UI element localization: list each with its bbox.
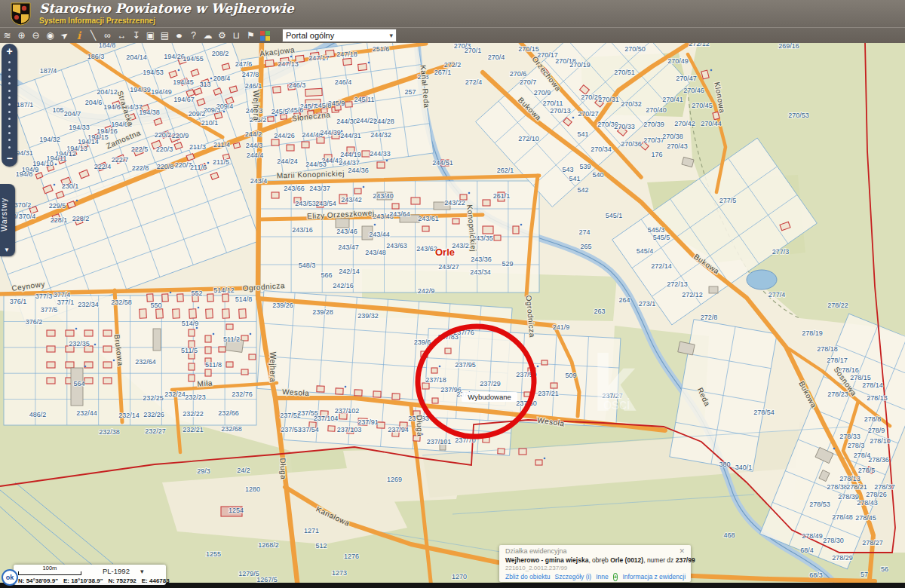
building [551,383,557,388]
parcel-label: 272/8 [701,314,718,321]
building [513,226,519,234]
parcel-label: 1269 [387,476,402,483]
building [541,360,548,365]
parcel-label: 243/36 [471,256,492,263]
building [162,294,169,302]
parcel-label: 270/40 [646,106,667,114]
crs-selector[interactable]: PL-1992 ▾ [103,567,143,575]
parcel-label: 244/36 [348,167,369,174]
zoom-in-icon[interactable]: ⊕ [14,29,29,42]
registry-info-link[interactable]: Informacja z ewidencji [622,572,686,581]
parcel-label: 514/8 [235,296,253,303]
parcel-label: 245/11 [354,96,375,103]
flag-icon[interactable]: ⚑ [244,29,258,42]
parcel-label: 540 [592,171,603,179]
coord-e-m: E: 446783 [142,577,170,584]
measure-icon[interactable]: ╲ [86,29,100,42]
cart-icon[interactable]: ⊔ [229,29,244,42]
parcel-label: 246/4 [335,78,352,86]
link-icon[interactable]: ∞ [100,29,115,42]
parcel-label: 278/53 [809,501,830,508]
coord-n-m: N: 752792 [108,577,136,584]
other-link[interactable]: Inne [596,572,609,581]
parcel-label: 243/37 [309,185,330,192]
parcel-label: 244/31 [340,132,361,139]
building [411,198,420,204]
parcel-label: 209/2 [189,110,206,118]
parcel-label: 243/62 [416,245,437,253]
details-link[interactable]: Szczegóły (i) [555,572,592,581]
parcel-label: 270/37 [643,136,664,144]
building [373,391,381,397]
upload-cloud-icon[interactable]: ☁ [201,29,215,42]
plus-circle-icon[interactable]: + [613,573,618,581]
parcel-label: 377/3 [35,292,53,300]
parcel-label: 244/3 [246,142,263,149]
map-canvas[interactable]: 184/8186/3187/4204/14194/26194/55208/219… [0,42,905,588]
coat-of-arms-logo [11,2,31,26]
parcel-label: 209/3 [204,106,221,114]
parcel-label: 243/16 [292,226,313,234]
ok-button[interactable]: ok [2,569,18,586]
layers-tab[interactable]: Warstwy ▼ [0,184,15,256]
parcel-label: 194/45 [173,78,194,86]
close-icon[interactable]: ✕ [679,547,685,556]
street-label: Wejhera [252,90,260,121]
parcel-label: 243/63 [386,242,407,250]
building [103,362,112,368]
parcel-label: 220/7 [175,161,192,169]
parcel-label: 272/12 [689,42,710,47]
parcel-label: 511/5 [181,347,198,354]
parcel-label: 278/22 [827,302,848,309]
zoom-to-object-link[interactable]: Zbliż do obiektu [505,572,551,581]
zoom-in-button[interactable]: + [6,46,12,57]
parcel-label: 278/9 [868,427,885,434]
app-title: Starostwo Powiatowe w Wejherowie [39,2,294,15]
orle-label: Orle [435,247,455,258]
parcel-label: 277/3 [772,248,790,256]
parcel-label: 187/4 [40,67,57,75]
parcel-label: 244/51 [432,159,453,167]
parcel-label: 1270 [452,573,467,580]
building [206,309,213,318]
copy-icon[interactable]: ▣ [143,29,158,42]
settings-icon[interactable]: ⚙ [215,29,229,42]
comment-icon[interactable]: ● [170,29,189,42]
portal-select-value: Portal ogólny [286,31,334,40]
scale-widget: 100m PL-1992 ▾ N: 54°38'09.9" E: 18°10'3… [14,565,166,585]
pan-icon[interactable]: ↔ [115,29,129,42]
parcel-label: 278/48 [832,513,853,521]
parcel-label: 278/5 [858,467,876,474]
building [205,335,211,342]
parcel-label: 270/6 [510,70,527,78]
building [140,309,147,318]
scale-bar-label: 100m [18,565,81,571]
parcel-label: 270/27 [578,110,599,118]
parcel-label: 278/14 [862,381,883,389]
parcel-label: 509 [565,372,576,379]
parcel-label: 243/34 [470,268,491,276]
layers-icon[interactable]: ≋ [0,29,14,42]
parcel-label: 377/5 [41,306,58,314]
parcel-label: 204/14 [126,54,147,61]
parcel-label: 340/1 [735,464,753,471]
building [189,329,195,336]
identify-icon[interactable]: i [72,29,86,42]
zoom-out-icon[interactable]: ⊖ [29,29,43,42]
portal-select[interactable]: Portal ogólny ▾ [282,29,397,42]
locate-icon[interactable]: ↧ [129,29,143,42]
parcel-label: 239/26 [272,302,293,309]
parcel-label: 245/5 [272,108,289,115]
building [483,200,490,206]
parcel-label: 222/4 [94,163,112,170]
parcel-label: 278/8 [864,415,882,423]
building [272,192,279,198]
zoom-level-track[interactable] [8,59,11,151]
parcel-label: 278/45 [855,514,876,522]
parcel-label: 222/8 [132,164,149,172]
parcel-label: 211/6 [190,164,207,171]
legend-icon[interactable] [258,29,272,42]
zoom-out-button[interactable]: − [6,153,12,164]
parcel-label: 239/32 [357,312,379,320]
parcel-label: 232/26 [143,411,164,418]
